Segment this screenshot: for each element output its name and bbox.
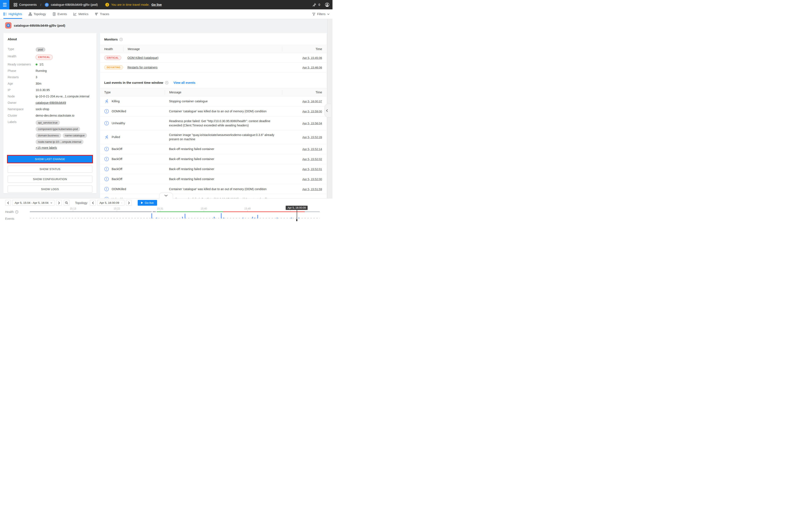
- event-row: Killing Stopping container catalogue Apr…: [100, 96, 327, 106]
- tab-bar: Highlights Topology: [0, 10, 332, 19]
- tab-traces[interactable]: Traces: [95, 10, 109, 19]
- event-time-link[interactable]: Apr 5, 15:56:04: [302, 122, 322, 125]
- event-row: OOMKilled Container 'catalogue' was kill…: [100, 106, 327, 116]
- running-icon: [104, 135, 109, 139]
- event-time-link[interactable]: Apr 5, 15:52:02: [302, 157, 322, 161]
- event-type-label: Killing: [112, 99, 119, 103]
- collapse-timeline-button[interactable]: [159, 193, 173, 198]
- ip-value: 10.0.30.95: [36, 88, 50, 92]
- show-last-change-button[interactable]: SHOW LAST CHANGE: [8, 156, 92, 163]
- breadcrumb-entity[interactable]: catalogue-69b58cb649-gjl5v (pod): [51, 3, 98, 6]
- ready-status-dot: [36, 63, 38, 65]
- chevron-left-icon: [326, 109, 328, 112]
- age-value: 30m: [36, 82, 41, 86]
- right-panel-collapsed: [327, 19, 332, 198]
- event-message: Back-off restarting failed container: [165, 147, 282, 151]
- field-label: Age: [8, 82, 36, 85]
- time-travel-warning-icon: !: [105, 3, 109, 6]
- pod-entity-icon: [5, 22, 12, 28]
- monitors-help-icon[interactable]: ?: [119, 38, 123, 41]
- event-time-link[interactable]: Apr 5, 15:51:59: [302, 188, 322, 191]
- current-time-marker[interactable]: [297, 210, 297, 221]
- monitor-row: CRITICAL OOM Killed (catalogue) Apr 5, 1…: [100, 53, 327, 63]
- event-type-icon: [104, 167, 109, 171]
- alert-circle-icon: [104, 121, 109, 126]
- chevron-down-icon: [165, 195, 168, 196]
- phase-value: Running: [36, 69, 47, 73]
- user-avatar[interactable]: [325, 2, 329, 7]
- event-message: Container 'catalogue' was killed due to …: [165, 187, 282, 191]
- label-pill: component-type:kubernetes-pod: [36, 127, 80, 132]
- expand-right-panel-button[interactable]: [324, 104, 331, 117]
- field-label: Labels: [8, 120, 36, 124]
- type-pill: pod: [36, 47, 45, 52]
- breadcrumb-separator: /: [40, 3, 41, 6]
- annotation-highlight-box: SHOW LAST CHANGE: [7, 155, 93, 163]
- events-heading: Last events in the current time window: [104, 81, 163, 84]
- column-header-health: Health: [100, 46, 123, 52]
- current-time-marker-handle[interactable]: [296, 219, 297, 221]
- event-histogram-bar: [185, 214, 186, 218]
- alert-circle-icon: [104, 167, 109, 171]
- event-histogram-bar: [298, 217, 299, 218]
- event-time-link[interactable]: Apr 5, 15:52:28: [302, 136, 322, 139]
- go-live-link[interactable]: Go live: [151, 3, 162, 6]
- event-row: BackOff Back-off restarting failed conta…: [100, 164, 327, 174]
- pin-icon[interactable]: [312, 3, 316, 7]
- components-grid-icon: [14, 3, 17, 6]
- event-message: Readiness probe failed: Get "http://10.0…: [165, 119, 282, 128]
- monitor-row: DEVIATING Restarts for containers Apr 5,…: [100, 63, 327, 72]
- field-label: IP: [8, 88, 36, 92]
- event-row: BackOff Back-off restarting failed conta…: [100, 144, 327, 154]
- column-header-time: Time: [282, 46, 327, 52]
- monitor-link[interactable]: OOM Killed (catalogue): [128, 56, 158, 59]
- tab-highlights[interactable]: Highlights: [3, 10, 22, 19]
- event-histogram-bar: [156, 217, 157, 218]
- event-type-label: Pulled: [112, 135, 120, 139]
- label-pill: name:catalogue: [63, 133, 87, 138]
- current-time-tooltip: Apr 5, 16:00:09: [286, 206, 307, 210]
- event-time-link[interactable]: Apr 5, 15:52:01: [302, 168, 322, 171]
- column-header-type: Type: [100, 90, 165, 95]
- event-histogram-bar: [151, 213, 152, 218]
- tab-topology[interactable]: Topology: [28, 10, 46, 19]
- event-type-icon: [104, 109, 109, 114]
- event-time-link[interactable]: Apr 5, 15:59:00: [302, 110, 322, 113]
- about-panel: About Type pod Health CRITICAL Ready con…: [3, 33, 97, 193]
- event-type-icon: [104, 157, 109, 162]
- event-type-icon: [104, 187, 109, 191]
- event-histogram-bar: [257, 215, 258, 218]
- show-status-button[interactable]: SHOW STATUS: [8, 166, 92, 173]
- event-type-label: BackOff: [112, 177, 122, 181]
- monitor-time-link[interactable]: Apr 5, 15:46:06: [302, 66, 322, 69]
- event-time-link[interactable]: Apr 5, 16:00:37: [302, 100, 322, 103]
- show-configuration-button[interactable]: SHOW CONFIGURATION: [8, 176, 92, 183]
- monitor-health-badge: DEVIATING: [104, 65, 123, 70]
- restarts-value: 3: [36, 75, 37, 79]
- event-type-label: BackOff: [112, 157, 122, 161]
- breadcrumb-components[interactable]: Components: [19, 3, 37, 6]
- event-type-label: Unhealthy: [112, 121, 125, 125]
- events-help-icon[interactable]: ?: [165, 81, 168, 84]
- tab-events[interactable]: Events: [53, 10, 67, 19]
- event-time-link[interactable]: Apr 5, 15:52:00: [302, 177, 322, 181]
- topology-icon: [28, 12, 32, 16]
- event-histogram-bar: [221, 213, 222, 218]
- event-time-link[interactable]: Apr 5, 15:52:14: [302, 148, 322, 151]
- monitor-link[interactable]: Restarts for containers: [128, 65, 157, 69]
- owner-link[interactable]: catalogue-69b58cb649: [36, 101, 66, 104]
- view-all-events-link[interactable]: View all events: [173, 81, 195, 84]
- tab-metrics[interactable]: Metrics: [73, 10, 89, 19]
- hamburger-menu-icon[interactable]: [0, 0, 10, 10]
- column-header-message: Message: [123, 46, 282, 52]
- more-labels-link[interactable]: +15 more labels: [36, 146, 57, 149]
- event-message: Back-off restarting failed container: [165, 167, 282, 171]
- event-row: BackOff Back-off restarting failed conta…: [100, 174, 327, 184]
- event-message: Back-off restarting failed container: [165, 157, 282, 161]
- show-logs-button[interactable]: SHOW LOGS: [8, 186, 92, 193]
- alert-circle-icon: [104, 157, 109, 162]
- filters-button[interactable]: Filters: [312, 12, 329, 16]
- monitor-time-link[interactable]: Apr 5, 15:45:06: [302, 56, 322, 59]
- events-timeline[interactable]: [0, 198, 332, 222]
- event-type-icon: [104, 121, 109, 126]
